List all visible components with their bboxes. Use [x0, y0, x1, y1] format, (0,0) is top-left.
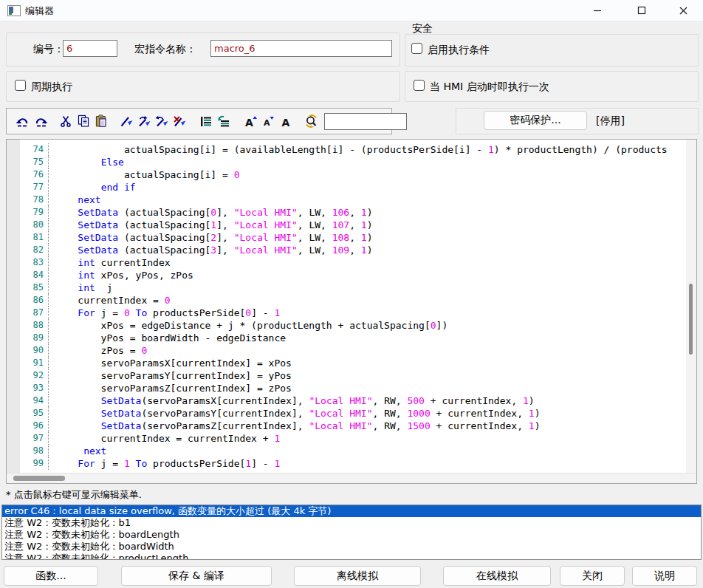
line-number: 95 [7, 407, 49, 420]
code-text: currentIndex = 0 [49, 294, 171, 307]
function-button[interactable]: 函数... [4, 566, 98, 586]
code-line[interactable]: 90 zPos = 0 [7, 344, 686, 357]
code-line[interactable]: 93 servoParamsZ[currentIndex] = zPos [7, 382, 686, 394]
maximize-icon [637, 6, 646, 15]
code-line[interactable]: 86 currentIndex = 0 [7, 294, 686, 307]
bookmark-next-button[interactable] [135, 113, 153, 129]
close-dialog-button[interactable]: 关闭 [560, 566, 625, 586]
code-line[interactable]: 74 actualSpacing[i] = (availableLength[i… [7, 143, 686, 156]
code-line[interactable]: 87 For j = 0 To productsPerSide[0] - 1 [7, 307, 686, 319]
code-line[interactable]: 91 servoParamsX[currentIndex] = xPos [7, 357, 686, 369]
minimize-button[interactable] [580, 0, 614, 21]
code-line[interactable]: 98 next [7, 445, 686, 457]
bookmark-clear-icon [173, 115, 187, 128]
copy-button[interactable] [75, 113, 92, 129]
font-decrease-button[interactable]: A [259, 113, 277, 129]
horizontal-scrollbar-thumb[interactable] [13, 476, 65, 481]
code-line[interactable]: 85 int j [7, 281, 686, 294]
bookmark-toggle-button[interactable] [117, 113, 135, 129]
online-sim-button[interactable]: 在线模拟 [443, 566, 551, 586]
code-line[interactable]: 99 For j = 1 To productsPerSide[1] - 1 [7, 457, 686, 470]
code-line[interactable]: 89 yPos = boardWidth - edgeDistance [7, 332, 686, 344]
code-text: SetData (actualSpacing[1], "Local HMI", … [49, 219, 373, 231]
code-line[interactable]: 76 actualSpacing[i] = 0 [7, 168, 686, 181]
maximize-button[interactable] [625, 0, 659, 21]
number-input[interactable] [63, 40, 117, 57]
code-line[interactable]: 96 SetData(servoParamsZ[currentIndex], "… [7, 420, 686, 432]
outdent-icon [217, 115, 230, 128]
code-text: zPos = 0 [49, 344, 147, 357]
line-number: 80 [7, 219, 49, 231]
periodic-label: 周期执行 [31, 81, 72, 92]
paste-button[interactable] [92, 113, 110, 129]
code-editor[interactable]: 74 actualSpacing[i] = (availableLength[i… [6, 139, 697, 484]
message-row[interactable]: 注意 W2 : 变数未初始化 : productLength [2, 553, 701, 560]
code-text: servoParamsZ[currentIndex] = zPos [49, 382, 292, 394]
redo-button[interactable] [32, 113, 49, 129]
save-compile-button[interactable]: 保存 & 编译 [121, 566, 272, 586]
password-protect-button[interactable]: 密码保护... [484, 111, 587, 130]
macro-name-label: 宏指令名称 : [134, 43, 193, 55]
periodic-checkbox[interactable] [15, 80, 26, 91]
indent-button[interactable] [197, 113, 215, 129]
code-line[interactable]: 79 SetData (actualSpacing[0], "Local HMI… [7, 206, 686, 219]
search-input[interactable] [324, 113, 407, 130]
cut-button[interactable] [57, 113, 75, 129]
line-number: 81 [7, 231, 49, 244]
code-text: actualSpacing[i] = (availableLength[i] -… [49, 143, 668, 156]
code-line[interactable]: 78 next [7, 194, 686, 206]
outdent-button[interactable] [215, 113, 233, 129]
vertical-scrollbar-thumb[interactable] [689, 284, 693, 355]
code-line[interactable]: 77 end if [7, 181, 686, 194]
right-click-hint: * 点击鼠标右键可显示编辑菜单. [6, 488, 142, 502]
compiler-message-list[interactable]: error C46 : local data size overflow, 函数… [1, 505, 702, 560]
message-row[interactable]: 注意 W2 : 变数未初始化 : b1 [2, 517, 701, 529]
code-line[interactable]: 94 SetData(servoParamsX[currentIndex], "… [7, 394, 686, 407]
run-on-startup-checkbox[interactable] [414, 80, 425, 91]
code-line[interactable]: 80 SetData (actualSpacing[1], "Local HMI… [7, 219, 686, 231]
font-increase-button[interactable]: A [241, 113, 259, 129]
close-button[interactable] [666, 0, 700, 21]
code-line[interactable]: 75 Else [7, 156, 686, 168]
close-icon [679, 6, 688, 16]
help-button[interactable]: 说明 [632, 566, 697, 586]
code-line[interactable]: 95 SetData(servoParamsY[currentIndex], "… [7, 407, 686, 420]
font-decrease-icon: A [261, 115, 275, 128]
enable-condition-checkbox[interactable] [411, 43, 422, 54]
message-row[interactable]: 注意 W2 : 变数未初始化 : boardWidth [2, 541, 701, 553]
paste-icon [95, 114, 108, 128]
offline-sim-button[interactable]: 离线模拟 [294, 566, 421, 586]
font-button[interactable]: A [277, 113, 295, 129]
message-row-selected[interactable]: error C46 : local data size overflow, 函数… [2, 505, 701, 517]
code-text: SetData(servoParamsX[currentIndex], "Loc… [49, 394, 535, 407]
search-repeat-button[interactable] [302, 113, 320, 129]
svg-text:A: A [282, 116, 290, 128]
code-text: SetData (actualSpacing[3], "Local HMI", … [49, 244, 373, 256]
code-line[interactable]: 97 currentIndex = currentIndex + 1 [7, 432, 686, 445]
line-number: 99 [7, 457, 49, 470]
bookmark-clear-button[interactable] [171, 113, 188, 129]
code-text: servoParamsY[currentIndex] = yPos [49, 369, 292, 382]
window-title: 编辑器 [25, 4, 54, 18]
line-number: 90 [7, 344, 49, 357]
line-number: 94 [7, 394, 49, 407]
code-text: int xPos, yPos, zPos [49, 269, 193, 281]
line-number: 86 [7, 294, 49, 307]
vertical-scrollbar[interactable] [686, 140, 696, 474]
window-icon [7, 5, 21, 16]
bookmark-prev-button[interactable] [153, 113, 171, 129]
code-line[interactable]: 84 int xPos, yPos, zPos [7, 269, 686, 281]
code-line[interactable]: 81 SetData (actualSpacing[2], "Local HMI… [7, 231, 686, 244]
cut-icon [59, 114, 72, 128]
code-line[interactable]: 92 servoParamsY[currentIndex] = yPos [7, 369, 686, 382]
horizontal-scrollbar[interactable] [7, 473, 697, 483]
code-line[interactable]: 83 int currentIndex [7, 256, 686, 269]
undo-button[interactable] [14, 113, 32, 129]
code-line[interactable]: 82 SetData (actualSpacing[3], "Local HMI… [7, 244, 686, 256]
line-number: 93 [7, 382, 49, 394]
bookmark-next-icon [137, 115, 151, 128]
message-row[interactable]: 注意 W2 : 变数未初始化 : boardLength [2, 529, 701, 541]
code-text: int currentIndex [49, 256, 171, 269]
code-line[interactable]: 88 xPos = edgeDistance + j * (productLen… [7, 319, 686, 332]
macro-name-input[interactable] [210, 40, 392, 57]
